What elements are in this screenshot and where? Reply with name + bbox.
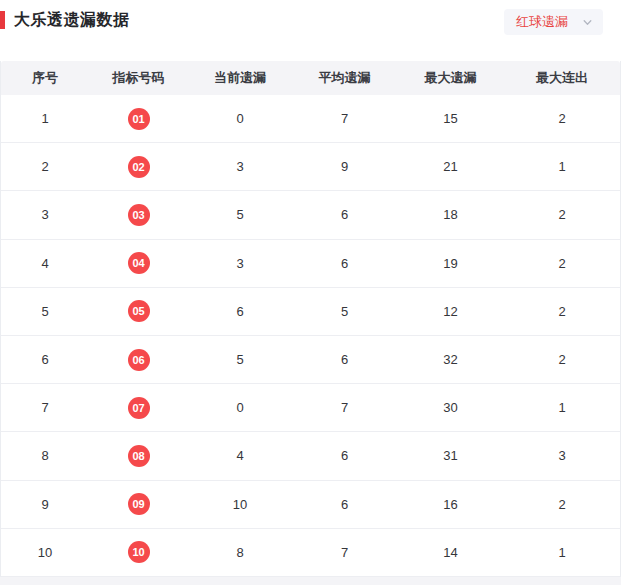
cell-current-omission: 5 (188, 336, 292, 383)
table-row: 8 08 4 6 31 3 (1, 432, 620, 480)
cell-ball: 07 (89, 384, 188, 431)
lottery-omission-page: 大乐透遗漏数据 红球遗漏 序号 指标号码 当前遗漏 平均遗漏 最大遗漏 最大连出… (0, 0, 621, 585)
cell-max-streak: 2 (504, 336, 620, 383)
ball-type-select[interactable]: 红球遗漏 (504, 9, 603, 35)
cell-max-omission: 12 (397, 288, 504, 335)
column-header-ball: 指标号码 (89, 61, 188, 95)
cell-seq: 9 (1, 481, 89, 528)
cell-current-omission: 3 (188, 143, 292, 190)
cell-seq: 10 (1, 529, 89, 576)
next-section-header-strip (0, 577, 621, 585)
cell-ball: 08 (89, 432, 188, 479)
cell-average-omission: 7 (292, 529, 397, 576)
table-row: 6 06 5 6 32 2 (1, 336, 620, 384)
ball-badge: 10 (128, 541, 150, 563)
cell-max-omission: 16 (397, 481, 504, 528)
ball-badge: 05 (128, 300, 150, 322)
table-row: 7 07 0 7 30 1 (1, 384, 620, 432)
table-row: 3 03 5 6 18 2 (1, 191, 620, 239)
ball-badge: 06 (128, 349, 150, 371)
cell-max-streak: 1 (504, 143, 620, 190)
column-header-seq: 序号 (1, 61, 89, 95)
cell-max-streak: 2 (504, 95, 620, 142)
column-header-max-miss: 最大遗漏 (397, 61, 504, 95)
ball-badge: 08 (128, 445, 150, 467)
title-accent-bar (0, 11, 5, 29)
cell-max-omission: 14 (397, 529, 504, 576)
cell-average-omission: 6 (292, 191, 397, 238)
cell-max-streak: 1 (504, 529, 620, 576)
cell-max-omission: 18 (397, 191, 504, 238)
cell-ball: 06 (89, 336, 188, 383)
cell-max-streak: 2 (504, 240, 620, 287)
cell-ball: 10 (89, 529, 188, 576)
cell-current-omission: 5 (188, 191, 292, 238)
topbar: 大乐透遗漏数据 红球遗漏 (0, 0, 621, 61)
cell-current-omission: 0 (188, 384, 292, 431)
table-row: 1 01 0 7 15 2 (1, 95, 620, 143)
ball-badge: 03 (128, 204, 150, 226)
column-header-max-streak: 最大连出 (504, 61, 620, 95)
cell-current-omission: 4 (188, 432, 292, 479)
ball-badge: 04 (128, 252, 150, 274)
title-wrap: 大乐透遗漏数据 (0, 9, 130, 31)
cell-seq: 8 (1, 432, 89, 479)
chevron-down-icon (582, 17, 593, 28)
cell-current-omission: 3 (188, 240, 292, 287)
table-header-row: 序号 指标号码 当前遗漏 平均遗漏 最大遗漏 最大连出 (1, 61, 620, 95)
cell-average-omission: 6 (292, 481, 397, 528)
table-row: 10 10 8 7 14 1 (1, 529, 620, 577)
cell-max-omission: 31 (397, 432, 504, 479)
table-row: 5 05 6 5 12 2 (1, 288, 620, 336)
page-title: 大乐透遗漏数据 (14, 9, 130, 31)
cell-ball: 03 (89, 191, 188, 238)
cell-max-streak: 2 (504, 481, 620, 528)
cell-max-streak: 2 (504, 191, 620, 238)
column-header-average: 平均遗漏 (292, 61, 397, 95)
cell-ball: 04 (89, 240, 188, 287)
cell-average-omission: 5 (292, 288, 397, 335)
cell-average-omission: 7 (292, 95, 397, 142)
cell-seq: 3 (1, 191, 89, 238)
cell-max-omission: 19 (397, 240, 504, 287)
cell-ball: 01 (89, 95, 188, 142)
cell-seq: 2 (1, 143, 89, 190)
cell-ball: 05 (89, 288, 188, 335)
ball-badge: 01 (128, 108, 150, 130)
cell-seq: 6 (1, 336, 89, 383)
cell-seq: 1 (1, 95, 89, 142)
cell-current-omission: 8 (188, 529, 292, 576)
ball-badge: 09 (128, 493, 150, 515)
cell-max-omission: 21 (397, 143, 504, 190)
cell-current-omission: 10 (188, 481, 292, 528)
ball-type-select-value: 红球遗漏 (516, 13, 568, 31)
cell-seq: 4 (1, 240, 89, 287)
cell-average-omission: 6 (292, 240, 397, 287)
cell-current-omission: 0 (188, 95, 292, 142)
omission-table: 序号 指标号码 当前遗漏 平均遗漏 最大遗漏 最大连出 1 01 0 7 15 … (0, 61, 621, 577)
cell-seq: 7 (1, 384, 89, 431)
cell-max-omission: 32 (397, 336, 504, 383)
cell-current-omission: 6 (188, 288, 292, 335)
cell-ball: 09 (89, 481, 188, 528)
table-row: 4 04 3 6 19 2 (1, 240, 620, 288)
cell-average-omission: 7 (292, 384, 397, 431)
cell-average-omission: 6 (292, 336, 397, 383)
table-body: 1 01 0 7 15 2 2 02 3 9 21 1 3 03 5 6 18 … (1, 95, 620, 577)
cell-average-omission: 6 (292, 432, 397, 479)
cell-max-streak: 2 (504, 288, 620, 335)
cell-ball: 02 (89, 143, 188, 190)
ball-badge: 07 (128, 397, 150, 419)
cell-max-omission: 15 (397, 95, 504, 142)
cell-max-streak: 1 (504, 384, 620, 431)
cell-average-omission: 9 (292, 143, 397, 190)
cell-max-streak: 3 (504, 432, 620, 479)
ball-badge: 02 (128, 156, 150, 178)
table-row: 2 02 3 9 21 1 (1, 143, 620, 191)
column-header-current: 当前遗漏 (188, 61, 292, 95)
table-row: 9 09 10 6 16 2 (1, 481, 620, 529)
cell-max-omission: 30 (397, 384, 504, 431)
cell-seq: 5 (1, 288, 89, 335)
